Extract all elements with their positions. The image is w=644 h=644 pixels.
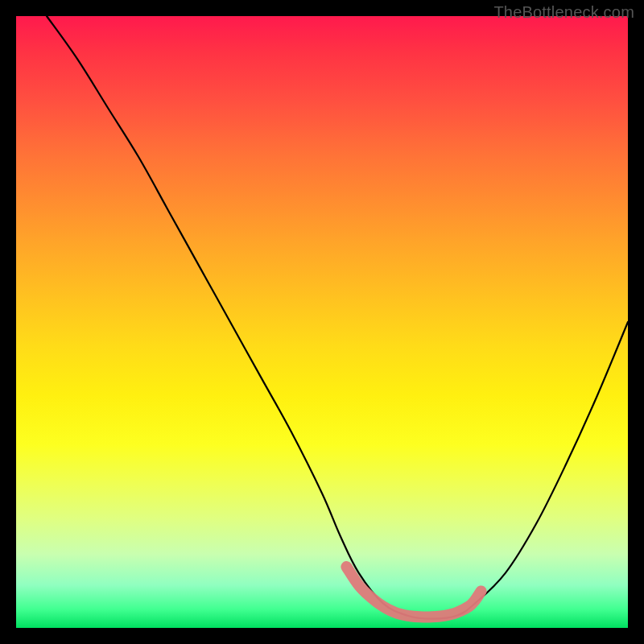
bottleneck-curve <box>47 16 628 619</box>
watermark-text: TheBottleneck.com <box>493 3 634 22</box>
curve-svg <box>16 16 628 628</box>
minimum-highlight <box>346 567 481 617</box>
